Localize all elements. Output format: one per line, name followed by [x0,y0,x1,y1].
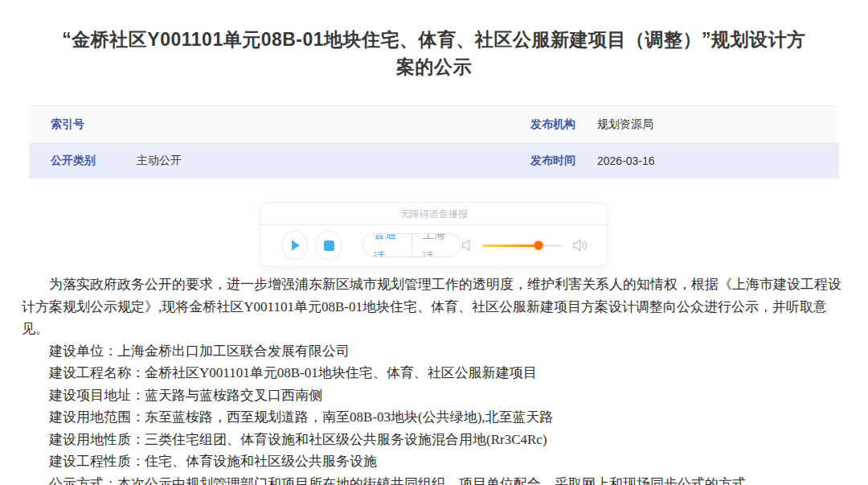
play-button[interactable] [282,231,308,260]
volume-controls [461,239,589,252]
publisher-value: 规划资源局 [597,117,839,132]
paragraph-land-usage: 建设用地性质：三类住宅组团、体育设施和社区级公共服务设施混合用地(Rr3C4Rc… [22,429,846,451]
page-title-line2: 案的公示 [0,53,868,80]
publish-date-value: 2026-03-16 [597,154,839,167]
open-category-value: 主动公开 [137,154,509,168]
play-icon [289,239,301,252]
audio-player-title: 无障碍语音播报 [261,203,607,225]
paragraph-intro: 为落实政府政务公开的要求，进一步增强浦东新区城市规划管理工作的透明度，维护利害关… [22,273,846,340]
publisher-label: 发布机构 [509,117,597,132]
paragraph-project-name: 建设工程名称：金桥社区Y001101单元08B-01地块住宅、体育、社区公服新建… [22,362,846,384]
table-row: 公开类别 主动公开 发布时间 2026-03-16 [29,142,839,179]
tab-mandarin[interactable]: 普通话 [363,233,411,257]
stop-icon [324,240,334,251]
stop-button[interactable] [316,231,342,260]
volume-fill [482,245,538,247]
volume-knob[interactable] [534,241,543,250]
volume-up-icon[interactable] [572,239,589,252]
open-category-label: 公开类别 [29,154,137,168]
index-number-label: 索引号 [29,117,137,132]
audio-controls: 普通话 上海话 [261,225,607,265]
announcement-body: 为落实政府政务公开的要求，进一步增强浦东新区城市规划管理工作的透明度，维护利害关… [0,273,868,485]
paragraph-project-address: 建设项目地址：蓝天路与蓝桉路交叉口西南侧 [22,384,846,407]
paragraph-land-scope: 建设用地范围：东至蓝桉路，西至规划道路，南至08B-03地块(公共绿地),北至蓝… [22,406,846,429]
volume-down-icon[interactable] [461,239,473,252]
language-tabs: 普通话 上海话 [362,233,461,257]
tab-shanghainese[interactable]: 上海话 [412,233,461,257]
page-title-line1: “金桥社区Y001101单元08B-01地块住宅、体育、社区公服新建项目（调整）… [0,26,868,53]
table-row: 索引号 发布机构 规划资源局 [29,106,839,142]
volume-slider[interactable] [482,245,563,247]
audio-player: 无障碍语音播报 普通话 上海话 [260,203,608,266]
paragraph-project-nature: 建设工程性质：住宅、体育设施和社区级公共服务设施 [22,450,846,473]
publish-date-label: 发布时间 [509,154,597,168]
paragraph-publicity-method: 公示方式：本次公示由规划管理部门和项目所在地的街镇共同组织，项目单位配合。采取网… [22,473,846,485]
page-title: “金桥社区Y001101单元08B-01地块住宅、体育、社区公服新建项目（调整）… [0,0,868,80]
paragraph-builder: 建设单位：上海金桥出口加工区联合发展有限公司 [22,340,846,363]
info-table: 索引号 发布机构 规划资源局 公开类别 主动公开 发布时间 2026-03-16 [29,105,839,179]
